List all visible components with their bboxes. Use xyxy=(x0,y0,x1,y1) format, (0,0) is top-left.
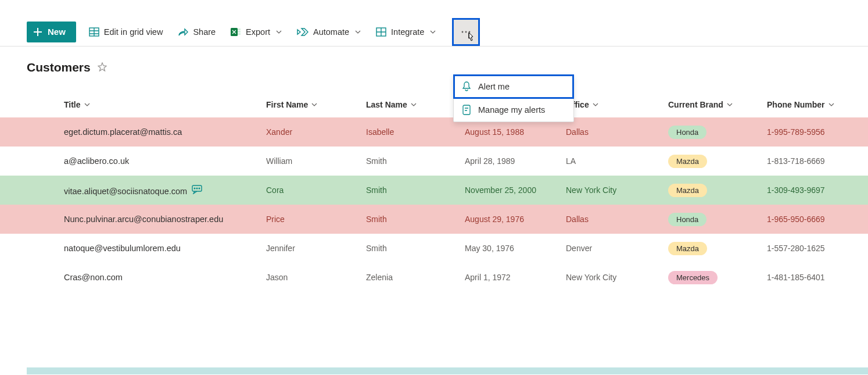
col-last-name[interactable]: Last Name xyxy=(366,100,465,109)
cell-brand: Mercedes xyxy=(668,271,767,284)
cell-last-name: Smith xyxy=(366,244,465,253)
manage-alerts-menu-item[interactable]: Manage my alerts xyxy=(454,98,573,122)
command-bar: New Edit in grid view Share Export Auto xyxy=(0,17,868,47)
brand-badge: Honda xyxy=(668,213,706,226)
cell-last-name: Smith xyxy=(366,185,465,195)
brand-badge: Mazda xyxy=(668,184,707,197)
chevron-down-icon xyxy=(593,103,598,106)
table-header: Title First Name Last Name DOB Office Cu… xyxy=(0,92,868,117)
favorite-star-icon[interactable] xyxy=(98,62,107,73)
chevron-down-icon xyxy=(355,30,361,34)
cell-first-name: William xyxy=(266,156,366,166)
col-office[interactable]: Office xyxy=(566,100,668,109)
cursor-pointer-icon xyxy=(465,31,476,46)
cell-phone: 1-481-185-6401 xyxy=(767,273,868,282)
cell-dob: November 25, 2000 xyxy=(465,185,566,195)
cell-brand: Honda xyxy=(668,126,767,139)
share-label: Share xyxy=(193,27,216,37)
svg-point-11 xyxy=(194,188,195,189)
more-actions-button[interactable] xyxy=(452,18,480,46)
svg-point-8 xyxy=(469,31,471,33)
brand-badge: Mercedes xyxy=(668,271,718,284)
cell-first-name: Jennifer xyxy=(266,244,366,253)
edit-grid-button[interactable]: Edit in grid view xyxy=(87,17,166,47)
cell-office: Dallas xyxy=(566,215,668,224)
plus-icon xyxy=(34,28,42,36)
table-row[interactable]: natoque@vestibulumlorem.eduJenniferSmith… xyxy=(0,234,868,263)
cell-last-name: Smith xyxy=(366,215,465,224)
cell-dob: April 28, 1989 xyxy=(465,156,566,166)
cell-dob: May 30, 1976 xyxy=(465,244,566,253)
col-first-name[interactable]: First Name xyxy=(266,100,366,109)
table-row[interactable]: vitae.aliquet@sociisnatoque.comCoraSmith… xyxy=(0,176,868,205)
chevron-down-icon xyxy=(276,30,282,34)
cell-title: Nunc.pulvinar.arcu@conubianostraper.edu xyxy=(64,215,266,224)
page-header: Customers xyxy=(0,47,868,74)
cell-brand: Honda xyxy=(668,213,767,226)
new-button-label: New xyxy=(48,27,66,37)
col-phone[interactable]: Phone Number xyxy=(767,100,868,109)
comment-icon[interactable] xyxy=(192,185,202,194)
col-current-brand[interactable]: Current Brand xyxy=(668,100,767,109)
grid-icon xyxy=(89,27,99,37)
export-button[interactable]: Export xyxy=(228,17,284,47)
cell-first-name: Jason xyxy=(266,273,366,282)
excel-icon xyxy=(231,27,241,37)
svg-point-7 xyxy=(465,31,467,33)
page-title: Customers xyxy=(27,60,91,74)
integrate-icon xyxy=(376,27,386,37)
cell-brand: Mazda xyxy=(668,242,767,255)
chevron-down-icon xyxy=(84,103,90,106)
cell-dob: April 1, 1972 xyxy=(465,273,566,282)
chevron-down-icon xyxy=(727,103,733,106)
cell-phone: 1-309-493-9697 xyxy=(767,185,868,195)
integrate-button[interactable]: Integrate xyxy=(374,17,438,47)
cell-title: a@aclibero.co.uk xyxy=(64,156,266,166)
svg-point-13 xyxy=(199,188,200,189)
svg-rect-3 xyxy=(238,31,241,33)
svg-point-12 xyxy=(196,188,198,189)
automate-label: Automate xyxy=(313,27,349,37)
table-row[interactable]: eget.dictum.placerat@mattis.caXanderIsab… xyxy=(0,117,868,147)
customers-table: Title First Name Last Name DOB Office Cu… xyxy=(0,92,868,292)
bell-icon xyxy=(462,81,471,92)
cell-phone: 1-813-718-6669 xyxy=(767,156,868,166)
share-button[interactable]: Share xyxy=(175,17,218,47)
cell-title: Cras@non.com xyxy=(64,273,266,282)
table-body: eget.dictum.placerat@mattis.caXanderIsab… xyxy=(0,117,868,292)
alert-me-menu-item[interactable]: Alert me xyxy=(453,74,574,99)
cell-dob: August 15, 1988 xyxy=(465,127,566,137)
svg-rect-9 xyxy=(463,105,470,115)
cell-office: Denver xyxy=(566,244,668,253)
cell-brand: Mazda xyxy=(668,184,767,197)
table-row[interactable]: a@aclibero.co.ukWilliamSmithApril 28, 19… xyxy=(0,147,868,176)
svg-point-6 xyxy=(462,31,464,33)
cell-last-name: Zelenia xyxy=(366,273,465,282)
cell-phone: 1-557-280-1625 xyxy=(767,244,868,253)
chevron-down-icon xyxy=(430,30,436,34)
alert-me-label: Alert me xyxy=(478,82,510,91)
manage-alerts-label: Manage my alerts xyxy=(478,105,545,115)
cell-last-name: Smith xyxy=(366,156,465,166)
cell-title: eget.dictum.placerat@mattis.ca xyxy=(64,127,266,137)
svg-rect-4 xyxy=(238,33,241,35)
automate-icon xyxy=(297,27,309,37)
cell-title: natoque@vestibulumlorem.edu xyxy=(64,244,266,253)
svg-rect-2 xyxy=(238,28,241,30)
brand-badge: Honda xyxy=(668,126,706,139)
chevron-down-icon xyxy=(311,103,317,106)
table-row[interactable]: Cras@non.comJasonZeleniaApril 1, 1972New… xyxy=(0,263,868,292)
cell-last-name: Isabelle xyxy=(366,127,465,137)
col-title[interactable]: Title xyxy=(64,100,266,109)
cell-title: vitae.aliquet@sociisnatoque.com xyxy=(64,185,266,196)
more-horizontal-icon xyxy=(461,31,471,33)
edit-grid-label: Edit in grid view xyxy=(104,27,163,37)
automate-button[interactable]: Automate xyxy=(295,17,363,47)
brand-badge: Mazda xyxy=(668,242,707,255)
cell-office: New York City xyxy=(566,273,668,282)
table-row[interactable]: Nunc.pulvinar.arcu@conubianostraper.eduP… xyxy=(0,205,868,234)
cell-office: LA xyxy=(566,156,668,166)
new-button[interactable]: New xyxy=(27,22,76,42)
cell-first-name: Xander xyxy=(266,127,366,137)
cell-phone: 1-995-789-5956 xyxy=(767,127,868,137)
